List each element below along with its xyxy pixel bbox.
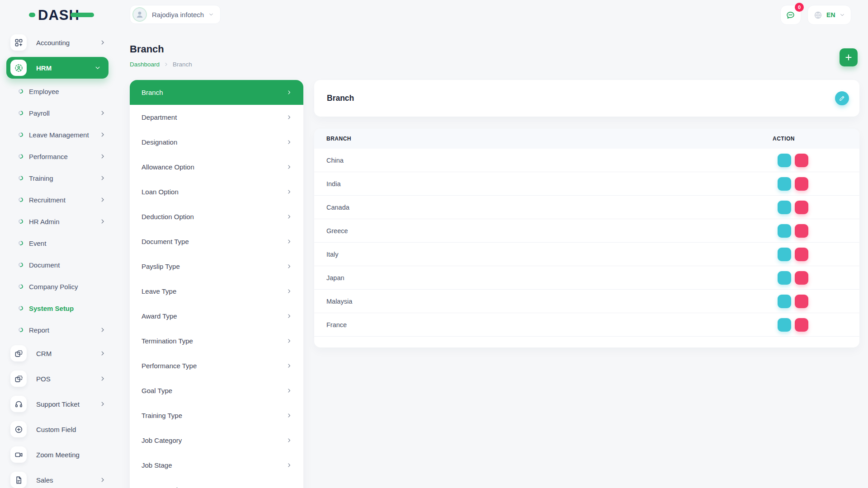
delete-row-button[interactable] bbox=[795, 201, 808, 214]
setup-menu-item-label: Designation bbox=[142, 138, 177, 146]
sidebar-item-support-ticket[interactable]: Support Ticket bbox=[0, 391, 118, 417]
setup-menu-item-label: Allowance Option bbox=[142, 163, 194, 171]
brand-logo[interactable]: DASH bbox=[29, 7, 94, 23]
setup-menu-item-leave-type[interactable]: Leave Type bbox=[130, 279, 303, 304]
messages-button[interactable]: 0 bbox=[780, 5, 801, 25]
sidebar-item-leave-management[interactable]: Leave Management bbox=[0, 124, 118, 145]
edit-row-button[interactable] bbox=[778, 318, 791, 332]
sidebar-item-label: Payroll bbox=[29, 109, 50, 117]
edit-row-button[interactable] bbox=[778, 201, 791, 214]
edit-button[interactable] bbox=[835, 91, 849, 105]
row-actions bbox=[773, 295, 859, 308]
branch-panel: Branch bbox=[314, 80, 859, 117]
sidebar-item-label: Zoom Meeting bbox=[36, 451, 80, 459]
circle-plus-icon bbox=[10, 421, 27, 437]
logo-dash-icon bbox=[29, 13, 35, 17]
header-actions: 0 EN bbox=[780, 5, 851, 25]
sidebar-item-label: Employee bbox=[29, 88, 59, 95]
delete-row-button[interactable] bbox=[795, 295, 808, 308]
edit-row-button[interactable] bbox=[778, 154, 791, 167]
chevron-right-icon bbox=[99, 477, 106, 483]
setup-menu-item-label: Deduction Option bbox=[142, 213, 194, 221]
delete-row-button[interactable] bbox=[795, 248, 808, 261]
delete-row-button[interactable] bbox=[795, 224, 808, 238]
delete-row-button[interactable] bbox=[795, 177, 808, 191]
logo-dash-icon bbox=[71, 13, 94, 17]
chevron-right-icon bbox=[99, 375, 106, 382]
edit-row-button[interactable] bbox=[778, 295, 791, 308]
setup-menu-item-label: Department bbox=[142, 113, 177, 121]
chevron-right-icon bbox=[286, 139, 292, 145]
setup-menu-item-award-type[interactable]: Award Type bbox=[130, 304, 303, 328]
sidebar-item-payroll[interactable]: Payroll bbox=[0, 102, 118, 124]
setup-menu-item-competencies[interactable]: Competencies bbox=[130, 478, 303, 488]
sidebar-item-event[interactable]: Event bbox=[0, 232, 118, 254]
chevron-right-icon bbox=[99, 175, 106, 181]
sidebar-item-custom-field[interactable]: Custom Field bbox=[0, 417, 118, 442]
sidebar-item-pos[interactable]: POS bbox=[0, 366, 118, 391]
sidebar-item-sales[interactable]: Sales bbox=[0, 467, 118, 488]
setup-menu-item-department[interactable]: Department bbox=[130, 105, 303, 130]
setup-menu-item-allowance-option[interactable]: Allowance Option bbox=[130, 155, 303, 179]
row-actions bbox=[773, 224, 859, 238]
setup-menu-item-loan-option[interactable]: Loan Option bbox=[130, 179, 303, 204]
setup-menu-item-termination-type[interactable]: Termination Type bbox=[130, 328, 303, 353]
sidebar-item-label: Accounting bbox=[36, 39, 70, 47]
setup-menu-item-branch[interactable]: Branch bbox=[130, 80, 303, 105]
delete-row-button[interactable] bbox=[795, 318, 808, 332]
sidebar-item-label: Leave Management bbox=[29, 131, 89, 139]
edit-row-button[interactable] bbox=[778, 248, 791, 261]
sidebar-item-label: Recruitment bbox=[29, 196, 66, 204]
setup-menu-item-job-stage[interactable]: Job Stage bbox=[130, 453, 303, 478]
bullet-icon bbox=[18, 175, 24, 181]
sidebar-item-document[interactable]: Document bbox=[0, 254, 118, 276]
sidebar-item-system-setup[interactable]: System Setup bbox=[0, 297, 118, 319]
setup-menu-item-deduction-option[interactable]: Deduction Option bbox=[130, 204, 303, 229]
delete-row-button[interactable] bbox=[795, 154, 808, 167]
chevron-down-icon bbox=[208, 12, 214, 17]
setup-menu-item-label: Performance Type bbox=[142, 362, 197, 370]
edit-row-button[interactable] bbox=[778, 224, 791, 238]
table-header: BRANCH ACTION bbox=[314, 129, 859, 149]
delete-row-button[interactable] bbox=[795, 271, 808, 285]
sidebar-item-training[interactable]: Training bbox=[0, 167, 118, 189]
table-row: Canada bbox=[314, 196, 859, 219]
chevron-right-icon bbox=[286, 189, 292, 195]
workspace-selector[interactable]: Rajodiya infotech bbox=[130, 5, 221, 24]
setup-menu-item-document-type[interactable]: Document Type bbox=[130, 229, 303, 254]
add-branch-button[interactable] bbox=[840, 48, 858, 66]
sidebar-item-crm[interactable]: CRM bbox=[0, 341, 118, 366]
chevron-right-icon bbox=[99, 218, 106, 225]
chevron-right-icon bbox=[286, 114, 292, 120]
table-row: Malaysia bbox=[314, 290, 859, 313]
chevron-right-icon bbox=[99, 197, 106, 203]
setup-menu-item-job-category[interactable]: Job Category bbox=[130, 428, 303, 453]
breadcrumb-dashboard[interactable]: Dashboard bbox=[130, 61, 160, 68]
setup-menu-item-designation[interactable]: Designation bbox=[130, 130, 303, 155]
setup-menu-item-training-type[interactable]: Training Type bbox=[130, 403, 303, 428]
sidebar-item-performance[interactable]: Performance bbox=[0, 145, 118, 167]
system-setup-menu: Branch Department Designation Allowance … bbox=[130, 80, 303, 488]
sidebar-item-recruitment[interactable]: Recruitment bbox=[0, 189, 118, 211]
setup-menu-item-payslip-type[interactable]: Payslip Type bbox=[130, 254, 303, 279]
sidebar-item-company-policy[interactable]: Company Policy bbox=[0, 276, 118, 297]
grid-plus-icon bbox=[10, 34, 27, 51]
column-header-branch: BRANCH bbox=[314, 136, 773, 142]
chevron-right-icon bbox=[286, 363, 292, 369]
edit-row-button[interactable] bbox=[778, 177, 791, 191]
user-focus-icon bbox=[10, 60, 27, 76]
setup-menu-item-label: Award Type bbox=[142, 312, 177, 320]
sidebar-item-hr-admin[interactable]: HR Admin bbox=[0, 211, 118, 232]
sidebar-item-employee[interactable]: Employee bbox=[0, 80, 118, 102]
column-header-action: ACTION bbox=[773, 136, 859, 142]
cards-icon bbox=[10, 345, 27, 361]
setup-menu-item-goal-type[interactable]: Goal Type bbox=[130, 378, 303, 403]
edit-row-button[interactable] bbox=[778, 271, 791, 285]
setup-menu-item-performance-type[interactable]: Performance Type bbox=[130, 353, 303, 378]
sidebar-item-accounting[interactable]: Accounting bbox=[0, 30, 118, 55]
chevron-down-icon bbox=[94, 65, 101, 71]
sidebar-item-zoom-meeting[interactable]: Zoom Meeting bbox=[0, 442, 118, 467]
sidebar-item-report[interactable]: Report bbox=[0, 319, 118, 341]
language-selector[interactable]: EN bbox=[807, 5, 851, 25]
sidebar-item-hrm[interactable]: HRM bbox=[6, 57, 108, 79]
